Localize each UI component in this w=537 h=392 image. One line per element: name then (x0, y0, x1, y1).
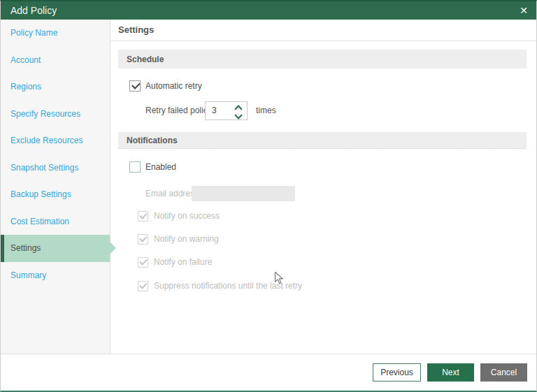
retry-failed-policy-label: Retry failed policy: (145, 101, 214, 120)
sidebar-item-label: Backup Settings (10, 189, 71, 199)
automatic-retry-row: Automatic retry (129, 80, 202, 92)
notify-on-failure-checkbox (138, 257, 148, 268)
retry-times-label: times (256, 101, 276, 120)
wizard-steps-sidebar: Policy Name Account Regions Specify Reso… (1, 20, 110, 354)
notifications-section-label: Notifications (127, 136, 178, 145)
notify-on-warning-row: Notify on warning (138, 233, 219, 245)
sidebar-item-label: Snapshot Settings (10, 163, 78, 173)
sidebar-item-specify-resources[interactable]: Specify Resources (1, 101, 110, 128)
add-policy-dialog: Add Policy ✕ Policy Name Account Regions… (0, 0, 537, 392)
title-divider (110, 41, 536, 41)
sidebar-item-regions[interactable]: Regions (1, 73, 110, 101)
dialog-body: Policy Name Account Regions Specify Reso… (1, 20, 536, 354)
notify-on-failure-row: Notify on failure (138, 256, 212, 268)
sidebar-item-backup-settings[interactable]: Backup Settings (1, 181, 110, 208)
sidebar-item-label: Specify Resources (10, 109, 80, 119)
active-step-arrow (110, 242, 116, 254)
suppress-notifications-row: Suppress notifications until the last re… (138, 280, 302, 291)
sidebar-item-label: Cost Estimation (10, 217, 69, 226)
automatic-retry-label: Automatic retry (145, 81, 202, 91)
spinner-buttons (235, 105, 241, 119)
dialog-titlebar: Add Policy ✕ (1, 1, 536, 20)
sidebar-item-label: Regions (10, 82, 41, 92)
close-icon[interactable]: ✕ (520, 6, 528, 15)
notifications-section-header: Notifications (118, 132, 527, 149)
dialog-title: Add Policy (10, 5, 57, 16)
notify-on-success-checkbox (138, 211, 148, 222)
dialog-footer: Previous Next Cancel (1, 354, 536, 391)
next-button[interactable]: Next (427, 363, 474, 382)
cancel-button[interactable]: Cancel (480, 363, 527, 382)
email-address-input (192, 186, 295, 201)
suppress-notifications-label: Suppress notifications until the last re… (154, 281, 302, 291)
schedule-section-header: Schedule (118, 50, 527, 68)
schedule-section-label: Schedule (127, 55, 164, 64)
chevron-down-icon[interactable] (235, 113, 241, 119)
sidebar-item-cost-estimation[interactable]: Cost Estimation (1, 208, 110, 235)
notifications-enabled-label: Enabled (145, 162, 176, 172)
sidebar-item-label: Account (10, 55, 41, 65)
suppress-notifications-checkbox (138, 281, 148, 291)
previous-button[interactable]: Previous (373, 363, 421, 382)
sidebar-item-label: Settings (10, 243, 41, 253)
notify-on-warning-checkbox (138, 234, 148, 245)
sidebar-item-label: Summary (10, 270, 46, 280)
sidebar-item-summary[interactable]: Summary (1, 262, 110, 289)
sidebar-item-snapshot-settings[interactable]: Snapshot Settings (1, 154, 110, 182)
retry-count-value: 3 (212, 102, 217, 119)
notify-on-failure-label: Notify on failure (154, 257, 212, 267)
chevron-up-icon[interactable] (235, 105, 241, 110)
page-title: Settings (118, 24, 154, 35)
notify-on-warning-label: Notify on warning (154, 234, 219, 244)
notifications-enabled-checkbox[interactable] (129, 161, 141, 173)
notifications-enabled-row: Enabled (129, 161, 176, 173)
automatic-retry-checkbox[interactable] (129, 80, 141, 92)
sidebar-item-policy-name[interactable]: Policy Name (1, 20, 110, 47)
sidebar-item-exclude-resources[interactable]: Exclude Resources (1, 127, 110, 154)
settings-panel: Settings Schedule Automatic retry Retry … (110, 20, 536, 354)
sidebar-item-label: Exclude Resources (10, 136, 83, 145)
sidebar-item-settings[interactable]: Settings (1, 235, 110, 262)
retry-count-spinner[interactable]: 3 (205, 101, 248, 120)
notify-on-success-row: Notify on success (138, 210, 220, 222)
notify-on-success-label: Notify on success (154, 211, 220, 221)
sidebar-item-label: Policy Name (10, 28, 57, 38)
sidebar-item-account[interactable]: Account (1, 47, 110, 74)
